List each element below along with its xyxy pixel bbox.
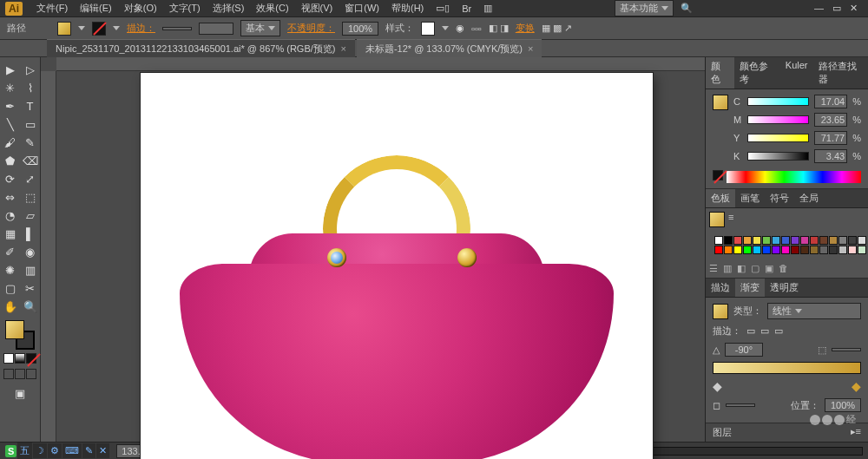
tab-brushes[interactable]: 画笔 [735, 189, 765, 207]
menu-file[interactable]: 文件(F) [31, 0, 73, 16]
tab-transparency[interactable]: 透明度 [765, 279, 804, 297]
workspace-switcher[interactable]: 基本功能 [615, 0, 674, 16]
scale-tool[interactable]: ⤢ [21, 170, 40, 187]
tab-stroke[interactable]: 描边 [706, 279, 735, 297]
swatch-cell[interactable] [743, 246, 752, 254]
tab-global[interactable]: 全局 [794, 189, 824, 207]
draw-modes[interactable] [3, 353, 36, 364]
close-icon[interactable]: × [528, 43, 533, 54]
brush-dropdown[interactable]: 基本 [240, 20, 280, 36]
symbol-sprayer-tool[interactable]: ✺ [1, 261, 20, 279]
swatch-cell[interactable] [733, 246, 742, 254]
menu-select[interactable]: 选择(S) [207, 0, 250, 16]
arrange-icon[interactable]: ▥ [478, 1, 497, 16]
magic-wand-tool[interactable]: ✳ [1, 79, 20, 96]
tab-symbols[interactable]: 符号 [765, 189, 794, 207]
value-y[interactable]: 71.77 [814, 131, 847, 145]
swatch-cell[interactable] [838, 236, 847, 245]
swatch-delete-icon[interactable]: 🗑 [779, 263, 788, 274]
eyedropper-tool[interactable]: ✐ [1, 243, 20, 260]
close-icon[interactable]: × [340, 43, 345, 54]
screen-mode-button[interactable]: ▣ [10, 384, 30, 402]
gradient-preview[interactable] [713, 304, 728, 319]
swatch-cell[interactable] [819, 236, 828, 245]
swatch-lib-icon[interactable]: ☰ [709, 263, 718, 274]
slider-m[interactable] [747, 115, 809, 124]
swatch-cell[interactable] [714, 246, 723, 254]
tab-kuler[interactable]: Kuler [780, 57, 813, 89]
swatch-cell[interactable] [772, 246, 780, 254]
grad-stroke-opt1[interactable]: ▭ [746, 325, 755, 337]
transform-link[interactable]: 变换 [516, 22, 535, 35]
zoom-tool[interactable]: 🔍 [21, 298, 40, 315]
stroke-weight-input[interactable] [162, 27, 192, 30]
swatch-cell[interactable] [829, 236, 838, 245]
swatch-cell[interactable] [858, 246, 866, 254]
swatch-cell[interactable] [762, 236, 771, 245]
swatch-cell[interactable] [848, 236, 857, 245]
document-tab-1[interactable]: Nipic_2531170_20131122133103465001.ai* @… [47, 39, 355, 58]
tab-color[interactable]: 颜色 [706, 57, 734, 89]
swatch-cell[interactable] [724, 236, 733, 245]
chevron-down-icon[interactable] [78, 26, 85, 30]
slice-tool[interactable]: ✂ [21, 279, 40, 297]
blob-brush-tool[interactable]: ⬟ [1, 152, 20, 169]
menu-edit[interactable]: 编辑(E) [75, 0, 117, 16]
swatch-cell[interactable] [810, 246, 819, 254]
color-panel-swatch[interactable] [713, 95, 728, 110]
search-icon[interactable]: 🔍 [675, 1, 698, 16]
layout-icon[interactable]: ▭▯ [431, 1, 455, 16]
gradient-type-dropdown[interactable]: 线性 [767, 303, 861, 319]
chevron-down-icon[interactable] [113, 26, 120, 30]
swatch-cell[interactable] [724, 246, 733, 254]
swatch-cell[interactable] [743, 236, 752, 245]
fill-swatch[interactable] [57, 22, 71, 36]
swatch-new-icon[interactable]: ▣ [765, 263, 773, 274]
value-m[interactable]: 23.65 [814, 113, 847, 127]
screen-modes[interactable] [3, 369, 36, 379]
grad-stroke-opt3[interactable]: ▭ [774, 325, 783, 337]
align-icons[interactable]: ▫▫▫ [471, 23, 482, 34]
ime-indicator[interactable]: S五☽⚙⌨✎✕ [5, 443, 109, 459]
opacity-input[interactable]: 100% [342, 22, 378, 36]
swatch-cell[interactable] [848, 246, 857, 254]
spectrum-picker[interactable] [727, 171, 861, 183]
bridge-icon[interactable]: Br [457, 2, 477, 16]
swatch-cell[interactable] [753, 236, 761, 245]
swatch-cell[interactable] [829, 246, 838, 254]
lasso-tool[interactable]: ⌇ [21, 79, 40, 96]
none-color-icon[interactable] [713, 170, 723, 180]
swatch-cell[interactable] [781, 236, 790, 245]
window-minimize[interactable]: — [814, 3, 824, 14]
panel-menu-icon[interactable]: ▸≡ [851, 426, 861, 439]
aspect-input[interactable] [832, 348, 861, 351]
swatch-cell[interactable] [791, 246, 799, 254]
swatch-cell[interactable] [753, 246, 761, 254]
type-tool[interactable]: T [21, 97, 40, 115]
gradient-stop-right[interactable]: ◆ [852, 379, 861, 393]
menu-window[interactable]: 窗口(W) [339, 0, 385, 16]
value-c[interactable]: 17.04 [814, 95, 847, 108]
stop-opacity[interactable] [726, 403, 755, 407]
artboard-tool[interactable]: ▢ [1, 279, 20, 297]
swatch-cell[interactable] [733, 236, 742, 245]
swatch-cell[interactable] [781, 246, 790, 254]
shape-builder-tool[interactable]: ◔ [1, 207, 20, 224]
swatch-new-group-icon[interactable]: ▢ [751, 263, 760, 274]
brush-def[interactable] [199, 23, 233, 35]
gradient-angle-input[interactable]: -90° [725, 343, 763, 357]
tab-swatches[interactable]: 色板 [706, 189, 735, 207]
swatch-cell[interactable] [800, 246, 809, 254]
eraser-tool[interactable]: ⌫ [21, 152, 40, 169]
slider-y[interactable] [747, 134, 809, 142]
direct-selection-tool[interactable]: ▷ [21, 61, 40, 78]
tab-gradient[interactable]: 渐变 [735, 279, 765, 297]
slider-k[interactable] [747, 152, 809, 161]
stroke-swatch[interactable] [92, 22, 106, 36]
perspective-tool[interactable]: ▱ [21, 207, 40, 224]
paintbrush-tool[interactable]: 🖌 [1, 134, 20, 151]
pencil-tool[interactable]: ✎ [21, 134, 40, 151]
grad-stroke-opt2[interactable]: ▭ [760, 325, 769, 337]
swatch-cell[interactable] [858, 236, 866, 245]
gradient-tool[interactable]: ▌ [21, 225, 40, 242]
